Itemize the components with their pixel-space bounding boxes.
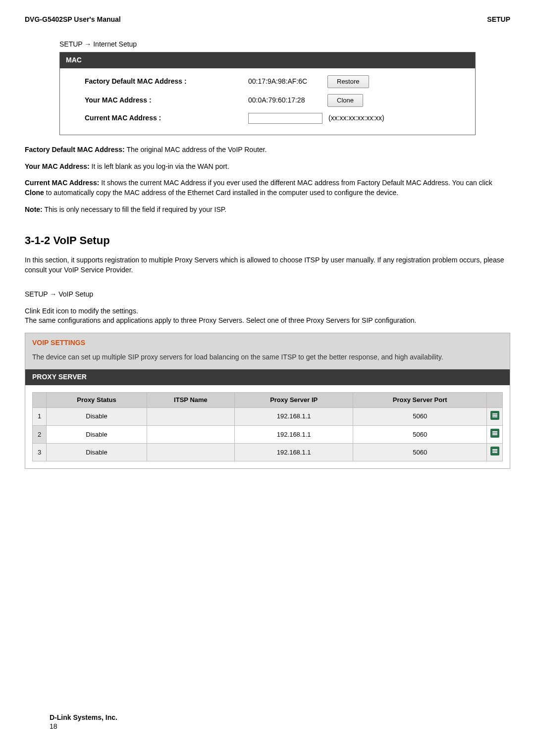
- para-your-mac: Your MAC Address: It is left blank as yo…: [25, 162, 510, 172]
- breadcrumb-voip-setup: SETUP → VoIP Setup: [25, 290, 510, 300]
- row-status: Disable: [47, 444, 147, 461]
- para-your-mac-rest: It is left blank as you log-in via the W…: [90, 162, 229, 170]
- col-itsp-name: ITSP Name: [147, 392, 234, 407]
- para-current-mac-clone: Clone: [25, 189, 44, 197]
- col-proxy-server-ip: Proxy Server IP: [234, 392, 353, 407]
- col-blank-right: [487, 392, 503, 407]
- row-port: 5060: [353, 426, 487, 444]
- section-tag: SETUP: [487, 15, 510, 25]
- row-port: 5060: [353, 407, 487, 425]
- edit-icon[interactable]: [490, 429, 499, 438]
- edit-hint-line1: Clink Edit icon to modify the settings.: [25, 306, 510, 316]
- mac-label-your: Your MAC Address :: [85, 96, 248, 105]
- mac-row-current: Current MAC Address : (xx:xx:xx:xx:xx:xx…: [85, 113, 465, 124]
- edit-icon[interactable]: [490, 447, 499, 455]
- row-edit-cell: [487, 426, 503, 444]
- voip-settings-title: VOIP SETTINGS: [25, 333, 510, 353]
- row-edit-cell: [487, 444, 503, 461]
- mac-row-factory: Factory Default MAC Address : 00:17:9A:9…: [85, 75, 465, 88]
- current-mac-input[interactable]: [248, 113, 322, 124]
- col-proxy-server-port: Proxy Server Port: [353, 392, 487, 407]
- clone-button[interactable]: Clone: [327, 94, 363, 107]
- manual-title: DVG-G5402SP User's Manual: [25, 15, 121, 25]
- row-ip: 192.168.1.1: [234, 407, 353, 425]
- para-current-mac-rest: It shows the current MAC Address if you …: [99, 179, 492, 187]
- mac-value-factory: 00:17:9A:98:AF:6C: [248, 77, 327, 87]
- col-proxy-status: Proxy Status: [47, 392, 147, 407]
- page-header: DVG-G5402SP User's Manual SETUP: [25, 15, 510, 25]
- col-blank-left: [33, 392, 47, 407]
- row-itsp: [147, 407, 234, 425]
- row-ip: 192.168.1.1: [234, 426, 353, 444]
- mac-row-your: Your MAC Address : 00:0A:79:60:17:28 Clo…: [85, 94, 465, 107]
- voip-setup-desc: In this section, it supports registratio…: [25, 255, 510, 275]
- row-itsp: [147, 444, 234, 461]
- proxy-server-table: Proxy Status ITSP Name Proxy Server IP P…: [32, 392, 503, 462]
- breadcrumb-internet-setup: SETUP → Internet Setup: [59, 40, 510, 50]
- row-index: 2: [33, 426, 47, 444]
- row-ip: 192.168.1.1: [234, 444, 353, 461]
- page-number: 18: [50, 722, 57, 732]
- para-note-strong: Note:: [25, 205, 43, 213]
- proxy-server-title: PROXY SERVER: [25, 369, 510, 385]
- row-itsp: [147, 426, 234, 444]
- edit-hint-line2: The same configurations and applications…: [25, 316, 510, 326]
- mac-panel-title: MAC: [60, 52, 475, 68]
- row-index: 1: [33, 407, 47, 425]
- row-status: Disable: [47, 407, 147, 425]
- mac-label-factory: Factory Default MAC Address :: [85, 77, 248, 87]
- mac-panel: MAC Factory Default MAC Address : 00:17:…: [59, 52, 476, 135]
- proxy-table-header: Proxy Status ITSP Name Proxy Server IP P…: [33, 392, 503, 407]
- row-edit-cell: [487, 407, 503, 425]
- para-note-rest: This is only necessary to fill the field…: [43, 205, 226, 213]
- voip-settings-desc: The device can set up multiple SIP proxy…: [25, 353, 510, 369]
- table-row: 1 Disable 192.168.1.1 5060: [33, 407, 503, 425]
- edit-icon[interactable]: [490, 411, 499, 420]
- row-index: 3: [33, 444, 47, 461]
- row-status: Disable: [47, 426, 147, 444]
- para-factory-mac-strong: Factory Default MAC Address:: [25, 146, 125, 153]
- voip-settings-panel: VOIP SETTINGS The device can set up mult…: [25, 333, 510, 469]
- mac-format-hint: (xx:xx:xx:xx:xx:xx): [328, 113, 384, 123]
- voip-setup-heading: 3-1-2 VoIP Setup: [25, 233, 510, 249]
- para-factory-mac-rest: The original MAC address of the VoIP Rou…: [125, 146, 267, 153]
- mac-label-current: Current MAC Address :: [85, 113, 248, 123]
- para-current-mac-strong: Current MAC Address:: [25, 179, 99, 187]
- para-your-mac-strong: Your MAC Address:: [25, 162, 90, 170]
- para-note: Note: This is only necessary to fill the…: [25, 205, 510, 215]
- mac-value-your: 00:0A:79:60:17:28: [248, 96, 327, 105]
- table-row: 2 Disable 192.168.1.1 5060: [33, 426, 503, 444]
- restore-button[interactable]: Restore: [327, 75, 369, 88]
- para-current-mac-tail: to automatically copy the MAC address of…: [44, 189, 398, 197]
- table-row: 3 Disable 192.168.1.1 5060: [33, 444, 503, 461]
- para-current-mac: Current MAC Address: It shows the curren…: [25, 178, 510, 198]
- row-port: 5060: [353, 444, 487, 461]
- footer-company: D-Link Systems, Inc.: [50, 713, 117, 723]
- para-factory-mac: Factory Default MAC Address: The origina…: [25, 145, 510, 155]
